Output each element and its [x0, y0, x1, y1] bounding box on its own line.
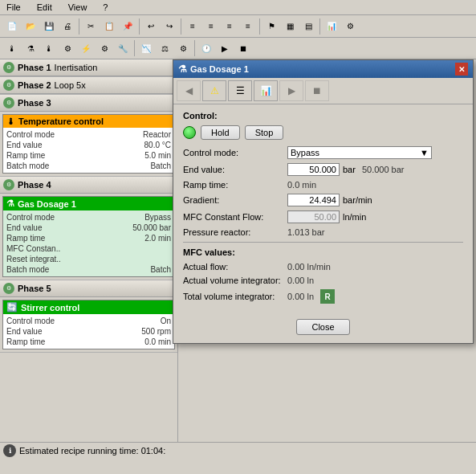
menu-edit[interactable]: Edit [34, 2, 55, 13]
gas-control-header[interactable]: ⚗ Gas Dosage 1 [3, 197, 174, 210]
tb2-5[interactable]: ⚡ [77, 39, 95, 57]
tb2-4[interactable]: ⚙ [59, 39, 76, 57]
ramp-time-label: Ramp time: [183, 180, 287, 190]
gas-value-5: Batch [150, 265, 171, 274]
dialog-close-button[interactable]: ✕ [455, 63, 468, 76]
stirrer-title: Stirrer control [21, 303, 79, 313]
total-vol-row: Total volume integrator: 0.00 ln R [183, 289, 463, 304]
tb2-3[interactable]: 🌡 [40, 39, 58, 57]
gas-dosage-dialog: ⚗ Gas Dosage 1 ✕ ◀ ⚠ ☰ 📊 ▶ ⏹ Control: Ho… [173, 59, 474, 344]
stirrer-row-1: End value 500 rpm [6, 326, 171, 337]
gradient-input[interactable] [287, 194, 340, 206]
table-btn[interactable]: ▦ [281, 18, 299, 35]
pressure-label: Pressure reactor: [183, 227, 287, 237]
cut-btn[interactable]: ✂ [82, 18, 100, 35]
align-right[interactable]: ≡ [221, 18, 238, 35]
redo-btn[interactable]: ↪ [161, 18, 178, 35]
phase1-header[interactable]: ⚙ Phase 1 Inertisation [0, 59, 177, 76]
prop-btn[interactable]: ⚙ [341, 18, 359, 35]
paste-btn[interactable]: 📌 [119, 18, 136, 35]
status-green-dot [183, 126, 196, 139]
gas-label-3: MFC Constan.. [6, 244, 71, 253]
undo-btn[interactable]: ↩ [142, 18, 160, 35]
new-btn[interactable]: 📄 [3, 18, 21, 35]
tb2-10[interactable]: ⚙ [174, 39, 192, 57]
control-mode-row: Control mode: Bypass ▼ [183, 146, 463, 159]
gas-label-0: Control mode [6, 213, 71, 222]
dialog-title: Gas Dosage 1 [190, 64, 249, 74]
gas-value-0: Bypass [144, 213, 171, 222]
sep1 [79, 18, 79, 35]
mfc-row: MFC Constant Flow: ln/min [183, 210, 463, 223]
main-area: ⚙ Phase 1 Inertisation ⚙ Phase 2 Loop 5x… [0, 59, 476, 458]
control-mode-dropdown[interactable]: Bypass ▼ [287, 146, 432, 159]
tb2-9[interactable]: ⚖ [156, 39, 173, 57]
actual-flow-value: 0.00 ln/min [287, 262, 331, 272]
phase1-item: ⚙ Phase 1 Inertisation [0, 59, 177, 77]
save-btn[interactable]: 💾 [40, 18, 58, 35]
copy-btn[interactable]: 📋 [100, 18, 118, 35]
close-button[interactable]: Close [296, 319, 349, 335]
dialog-title-icon: ⚗ [178, 63, 187, 75]
end-value-input[interactable] [287, 163, 340, 176]
tb2-8[interactable]: 📉 [137, 39, 155, 57]
end-value-unit: bar [343, 165, 356, 174]
stirrer-label-1: End value [6, 327, 71, 336]
tb2-6[interactable]: ⚙ [96, 39, 113, 57]
menu-view[interactable]: View [65, 2, 91, 13]
status-text: Estimated recipe running time: 01:04: [19, 446, 165, 456]
align-justify[interactable]: ≡ [239, 18, 257, 35]
menu-file[interactable]: File [3, 2, 24, 13]
dlg-list-button[interactable]: ☰ [228, 80, 252, 101]
open-btn[interactable]: 📂 [22, 18, 39, 35]
align-left[interactable]: ≡ [184, 18, 201, 35]
grid-btn[interactable]: ▤ [299, 18, 317, 35]
phase3-header[interactable]: ⚙ Phase 3 [0, 95, 177, 112]
gas-row-3: MFC Constan.. [6, 243, 171, 254]
align-center[interactable]: ≡ [202, 18, 220, 35]
temp-row-1: End value 80.0 °C [6, 140, 171, 150]
reset-integrator-button[interactable]: R [320, 289, 335, 304]
phase3-title: Phase 3 [18, 98, 51, 108]
temp-value-3: Batch [150, 161, 171, 170]
print-btn[interactable]: 🖨 [59, 18, 76, 35]
gas-icon: ⚗ [6, 198, 14, 209]
temp-row-2: Ramp time 5.0 min [6, 150, 171, 161]
phase4-item: ⚙ Phase 4 ⚗ Gas Dosage 1 Control mode By… [0, 177, 177, 280]
dlg-back-button[interactable]: ◀ [177, 80, 201, 101]
actual-vol-label: Actual volume integrator: [183, 276, 287, 285]
dialog-titlebar: ⚗ Gas Dosage 1 ✕ [173, 60, 473, 78]
dlg-play-button[interactable]: ▶ [279, 80, 303, 101]
hold-button[interactable]: Hold [201, 125, 240, 140]
dlg-chart-button[interactable]: 📊 [254, 80, 278, 101]
tb2-13[interactable]: ⏹ [234, 39, 252, 57]
menu-help[interactable]: ? [100, 2, 111, 13]
temp-control-header: 🌡 Temperature control [3, 115, 174, 128]
phase2-title: Phase 2 [18, 80, 51, 90]
temp-value-0: Reactor [143, 130, 171, 139]
temp-value-1: 80.0 °C [144, 141, 171, 149]
dlg-warning-button[interactable]: ⚠ [202, 80, 226, 101]
phase5-header[interactable]: ⚙ Phase 5 [0, 280, 177, 297]
stop-button[interactable]: Stop [245, 125, 284, 140]
stirrer-row-2: Ramp time 0.0 min [6, 337, 171, 347]
stirrer-control-header: 🔄 Stirrer control [3, 300, 174, 314]
sep2 [139, 18, 140, 35]
tb2-7[interactable]: 🔧 [114, 39, 132, 57]
stirrer-value-1: 500 rpm [141, 327, 171, 336]
dlg-stop-icon-button[interactable]: ⏹ [305, 80, 329, 101]
tb2-12[interactable]: ▶ [216, 39, 234, 57]
stirrer-value-0: On [161, 317, 171, 325]
actual-flow-row: Actual flow: 0.00 ln/min [183, 262, 463, 272]
tb2-11[interactable]: 🕐 [197, 39, 215, 57]
phase4-header[interactable]: ⚙ Phase 4 [0, 177, 177, 194]
tb2-1[interactable]: 🌡 [3, 39, 21, 57]
gas-row-1: End value 50.000 bar [6, 223, 171, 233]
flag-btn[interactable]: ⚑ [262, 18, 280, 35]
dropdown-arrow-icon: ▼ [420, 148, 429, 157]
chart-btn[interactable]: 📊 [323, 18, 340, 35]
phase2-header[interactable]: ⚙ Phase 2 Loop 5x [0, 77, 177, 94]
tb2-2[interactable]: ⚗ [22, 39, 39, 57]
mfc-unit: ln/min [343, 212, 366, 222]
end-value-readonly: 50.000 bar [362, 165, 405, 174]
